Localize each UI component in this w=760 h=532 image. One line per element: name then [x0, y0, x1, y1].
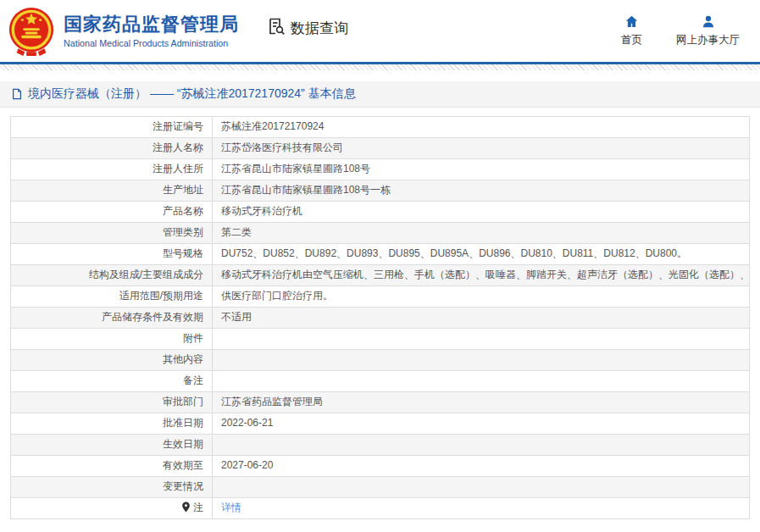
table-row: 批准日期2022-06-21	[11, 413, 750, 435]
top-nav: 首页 网上办事大厅	[621, 14, 740, 47]
row-value	[213, 371, 750, 392]
row-label: 型号规格	[11, 244, 213, 265]
breadcrumb: 境内医疗器械（注册） —— “苏械注准20172170924” 基本信息	[0, 81, 760, 108]
row-value: 2022-06-21	[213, 413, 750, 435]
table-row: 适用范围/预期用途供医疗部门口腔治疗用。	[11, 286, 750, 308]
row-label: 备注	[11, 371, 213, 392]
table-row: 审批部门江苏省药品监督管理局	[11, 392, 750, 413]
nav-home-label: 首页	[621, 33, 642, 47]
row-label: 管理类别	[11, 223, 213, 244]
table-row: 结构及组成/主要组成成分移动式牙科治疗机由空气压缩机、三用枪、手机（选配）、吸唾…	[11, 265, 750, 286]
nav-item-service-hall[interactable]: 网上办事大厅	[676, 14, 740, 47]
row-value: 详情	[213, 498, 750, 519]
row-value	[213, 435, 750, 456]
document-icon	[11, 88, 23, 100]
row-label: 注	[11, 498, 213, 519]
row-value: 2027-06-20	[213, 456, 750, 477]
data-query-title: 数据查询	[266, 16, 348, 41]
agency-name-en: National Medical Products Administration	[64, 38, 239, 48]
row-value: 第二类	[213, 223, 750, 244]
document-search-icon	[266, 16, 286, 41]
header-divider-hatch	[0, 64, 760, 70]
row-value: 江苏省药品监督管理局	[213, 392, 750, 413]
agency-titles: 国家药品监督管理局 National Medical Products Admi…	[64, 14, 239, 48]
table-row: 备注	[11, 371, 750, 392]
row-label: 生效日期	[11, 435, 213, 456]
row-value: 移动式牙科治疗机由空气压缩机、三用枪、手机（选配）、吸唾器、脚踏开关、超声洁牙（…	[213, 265, 750, 286]
table-row: 产品名称移动式牙科治疗机	[11, 202, 750, 223]
row-label: 生产地址	[11, 180, 213, 202]
header: 国家药品监督管理局 National Medical Products Admi…	[0, 0, 760, 62]
table-row: 附件	[11, 329, 750, 350]
detail-link[interactable]: 详情	[221, 502, 241, 513]
row-label: 产品储存条件及有效期	[11, 308, 213, 329]
table-row: 有效期至2027-06-20	[11, 456, 750, 477]
table-row: 注册人名称江苏岱洛医疗科技有限公司	[11, 138, 750, 159]
table-row: 注册人住所江苏省昆山市陆家镇星圃路108号	[11, 159, 750, 180]
row-label: 附件	[11, 329, 213, 350]
row-value: 江苏岱洛医疗科技有限公司	[213, 138, 750, 159]
row-label: 审批部门	[11, 392, 213, 413]
table-row: 生产地址江苏省昆山市陆家镇星圃路108号一栋	[11, 180, 750, 202]
registration-info-table: 注册证编号苏械注准20172170924注册人名称江苏岱洛医疗科技有限公司注册人…	[10, 116, 750, 519]
table-row: 其他内容	[11, 350, 750, 371]
row-value	[213, 477, 750, 498]
table-row: 产品储存条件及有效期不适用	[11, 308, 750, 329]
row-label: 注册证编号	[11, 117, 213, 138]
row-value	[213, 350, 750, 371]
home-icon	[624, 14, 640, 29]
row-value: 移动式牙科治疗机	[213, 202, 750, 223]
row-label: 适用范围/预期用途	[11, 286, 213, 308]
table-row: 注详情	[11, 498, 750, 519]
data-query-label: 数据查询	[291, 19, 348, 38]
row-label: 注册人住所	[11, 159, 213, 180]
row-value: 江苏省昆山市陆家镇星圃路108号	[213, 159, 750, 180]
row-value: 江苏省昆山市陆家镇星圃路108号一栋	[213, 180, 750, 202]
nav-service-hall-label: 网上办事大厅	[676, 33, 740, 47]
registration-info-table-wrap: 注册证编号苏械注准20172170924注册人名称江苏岱洛医疗科技有限公司注册人…	[10, 116, 750, 519]
row-label: 结构及组成/主要组成成分	[11, 265, 213, 286]
row-label: 批准日期	[11, 413, 213, 435]
row-value: 供医疗部门口腔治疗用。	[213, 286, 750, 308]
row-value: 苏械注准20172170924	[213, 117, 750, 138]
row-label: 有效期至	[11, 456, 213, 477]
row-label: 变更情况	[11, 477, 213, 498]
page: 国家药品监督管理局 National Medical Products Admi…	[0, 0, 760, 532]
row-value: DU752、DU852、DU892、DU893、DU895、DU895A、DU8…	[213, 244, 750, 265]
table-row: 型号规格DU752、DU852、DU892、DU893、DU895、DU895A…	[11, 244, 750, 265]
table-row: 管理类别第二类	[11, 223, 750, 244]
row-value	[213, 329, 750, 350]
pin-icon	[181, 502, 191, 513]
agency-name-cn: 国家药品监督管理局	[64, 14, 239, 36]
breadcrumb-text: 境内医疗器械（注册） —— “苏械注准20172170924” 基本信息	[28, 86, 356, 102]
row-label: 产品名称	[11, 202, 213, 223]
table-row: 生效日期	[11, 435, 750, 456]
row-label: 其他内容	[11, 350, 213, 371]
nav-item-home[interactable]: 首页	[621, 14, 642, 47]
table-row: 变更情况	[11, 477, 750, 498]
national-emblem-icon	[7, 6, 56, 57]
agency-logo-group: 国家药品监督管理局 National Medical Products Admi…	[7, 6, 239, 57]
table-row: 注册证编号苏械注准20172170924	[11, 117, 750, 138]
row-value: 不适用	[213, 308, 750, 329]
user-icon	[701, 14, 716, 29]
row-label: 注册人名称	[11, 138, 213, 159]
info-table-body: 注册证编号苏械注准20172170924注册人名称江苏岱洛医疗科技有限公司注册人…	[11, 117, 750, 519]
